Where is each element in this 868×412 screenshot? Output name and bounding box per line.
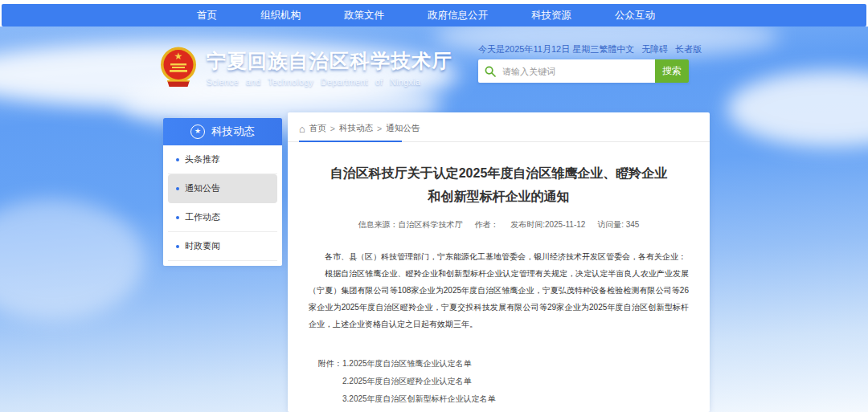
sidebar-item-work-updates[interactable]: 工作动态	[168, 203, 277, 232]
nav-item-sci-tech-resources[interactable]: 科技资源	[510, 9, 593, 22]
breadcrumb-separator: >	[330, 124, 335, 133]
brand-text: 宁夏回族自治区科学技术厅 Science and Technology Depa…	[207, 48, 452, 87]
sidebar-title-label: 科技动态	[211, 124, 255, 139]
attachments-list: 1.2025年度自治区雏鹰企业认定名单 2.2025年度自治区瞪羚企业认定名单 …	[342, 355, 496, 408]
article-title-line2: 和创新型标杆企业的通知	[428, 190, 570, 203]
svg-text:★: ★	[174, 51, 183, 62]
attachment-link-eagle-list[interactable]: 1.2025年度自治区雏鹰企业认定名单	[342, 355, 496, 373]
cloud-decoration	[0, 199, 145, 320]
top-navigation: 首页 组织机构 政策文件 政府信息公开 科技资源 公众互动	[2, 4, 866, 27]
sidebar-item-headline-recommend[interactable]: 头条推荐	[168, 145, 277, 174]
bullet-dot-icon	[176, 245, 179, 248]
star-circle-icon: ★	[190, 124, 205, 139]
search-input-wrap	[478, 59, 655, 83]
site-subtitle: Science and Technology Department of Nin…	[207, 77, 452, 87]
home-icon: ⌂	[299, 124, 305, 134]
article-body: 各市、县（区）科技管理部门，宁东能源化工基地管委会，银川经济技术开发区管委会，各…	[309, 248, 689, 332]
page: 首页 组织机构 政策文件 政府信息公开 科技资源 公众互动 ★ 宁夏回族自治区科…	[0, 0, 868, 412]
bullet-dot-icon	[176, 216, 179, 219]
search-button[interactable]: 搜索	[655, 59, 689, 83]
paragraph-salutation: 各市、县（区）科技管理部门，宁东能源化工基地管委会，银川经济技术开发区管委会，各…	[309, 248, 689, 265]
link-elderly-version[interactable]: 长者版	[675, 43, 702, 55]
article-meta: 信息来源：自治区科学技术厅 作者： 发布时间:2025-11-12 访问量: 3…	[288, 219, 710, 230]
sidebar-item-label: 通知公告	[185, 182, 220, 194]
nav-item-gov-info-disclosure[interactable]: 政府信息公开	[406, 9, 510, 22]
attachments-section: 附件： 1.2025年度自治区雏鹰企业认定名单 2.2025年度自治区瞪羚企业认…	[318, 355, 689, 408]
header-utility-bar: 今天是2025年11月12日 星期三 繁體中文 无障碍 长者版	[478, 43, 702, 55]
nav-item-home[interactable]: 首页	[175, 9, 239, 22]
breadcrumb-separator: >	[377, 124, 382, 133]
attachment-link-gazelle-list[interactable]: 2.2025年度自治区瞪羚企业认定名单	[342, 373, 496, 390]
nav-item-public-interaction[interactable]: 公众互动	[593, 9, 677, 22]
site-logo-link[interactable]: ★ 宁夏回族自治区科学技术厅 Science and Technology De…	[159, 46, 452, 88]
search-input[interactable]	[501, 66, 655, 77]
paragraph-main: 根据自治区雏鹰企业、瞪羚企业和创新型标杆企业认定管理有关规定，决定认定半亩良人农…	[309, 265, 689, 332]
sidebar-item-label: 工作动态	[185, 211, 220, 223]
meta-publish-date: 发布时间:2025-11-12	[510, 220, 585, 229]
sidebar: ★ 科技动态 头条推荐 通知公告 工作动态 时政要闻	[163, 118, 282, 266]
date-text: 今天是2025年11月12日 星期三	[478, 43, 599, 55]
breadcrumb-sci-tech-news[interactable]: 科技动态	[339, 123, 373, 134]
article-title: 自治区科技厅关于认定2025年度自治区雏鹰企业、瞪羚企业 和创新型标杆企业的通知	[312, 161, 686, 208]
bullet-dot-icon	[176, 187, 179, 190]
nav-item-policy-documents[interactable]: 政策文件	[322, 9, 406, 22]
attachments-label: 附件：	[318, 355, 342, 408]
sidebar-item-notices[interactable]: 通知公告	[168, 174, 277, 203]
nav-item-organization[interactable]: 组织机构	[239, 9, 322, 22]
meta-author: 作者：	[474, 220, 498, 229]
attachment-link-benchmark-list[interactable]: 3.2025年度自治区创新型标杆企业认定名单	[342, 390, 496, 408]
link-traditional-chinese[interactable]: 繁體中文	[599, 43, 634, 55]
breadcrumb-current: 通知公告	[386, 123, 420, 134]
bullet-dot-icon	[176, 158, 179, 161]
site-title: 宁夏回族自治区科学技术厅	[207, 48, 452, 74]
sidebar-title: ★ 科技动态	[163, 118, 282, 145]
link-accessibility[interactable]: 无障碍	[641, 43, 668, 55]
cloud-decoration	[727, 71, 868, 147]
sidebar-item-label: 时政要闻	[185, 240, 220, 252]
sidebar-item-label: 头条推荐	[185, 153, 220, 165]
sidebar-item-current-politics[interactable]: 时政要闻	[168, 232, 277, 261]
national-emblem-icon: ★	[159, 46, 198, 88]
search-bar: 搜索	[478, 59, 689, 83]
breadcrumb-home[interactable]: 首页	[309, 123, 326, 134]
breadcrumb: ⌂ 首页 > 科技动态 > 通知公告	[288, 112, 710, 142]
article-title-line1: 自治区科技厅关于认定2025年度自治区雏鹰企业、瞪羚企业	[330, 166, 668, 180]
search-icon	[485, 66, 496, 77]
article-panel: ⌂ 首页 > 科技动态 > 通知公告 自治区科技厅关于认定2025年度自治区雏鹰…	[288, 112, 710, 412]
meta-source: 信息来源：自治区科学技术厅	[358, 220, 463, 229]
meta-views: 访问量: 345	[597, 220, 639, 229]
